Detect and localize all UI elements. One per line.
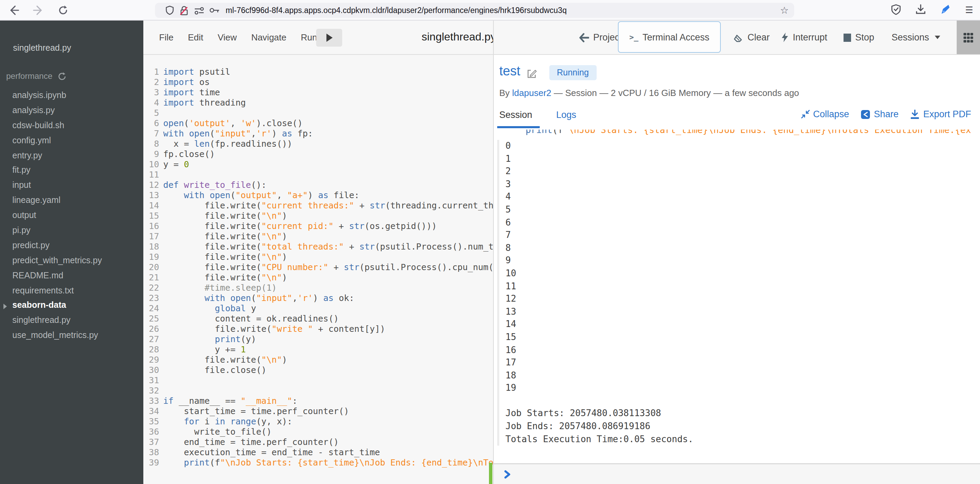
reload-icon[interactable] [57, 5, 68, 16]
sidebar-file-readme-md[interactable]: README.md [0, 268, 143, 284]
code-line[interactable]: 29 file.write("\n") [143, 354, 493, 365]
forward-icon[interactable] [33, 5, 44, 16]
sidebar-file-analysis-ipynb[interactable]: analysis.ipynb [0, 89, 143, 103]
menu-file[interactable]: File [159, 32, 173, 43]
sidebar-file-output[interactable]: output [0, 208, 143, 224]
console-prompt[interactable] [494, 463, 980, 484]
console-output-line: 10 [506, 267, 980, 280]
sidebar-file-cdsw-build-sh[interactable]: cdsw-build.sh [0, 119, 143, 134]
sidebar-file-config-yml[interactable]: config.yml [0, 133, 143, 148]
code-line[interactable]: 36 write_to_file() [143, 427, 493, 437]
sidebar-file-pi-py[interactable]: pi.py [0, 224, 143, 238]
sidebar-file-entry-py[interactable]: entry.py [0, 148, 143, 163]
sidebar-file-predict-py[interactable]: predict.py [0, 238, 143, 254]
refresh-icon[interactable] [58, 71, 67, 81]
code-line[interactable]: 2import os [143, 77, 493, 87]
code-line[interactable]: 3import time [143, 87, 493, 97]
back-icon[interactable] [8, 5, 19, 16]
project-label[interactable]: performance [6, 71, 52, 81]
code-line[interactable]: 24 global y [143, 303, 493, 313]
code-line[interactable]: 27 print(y) [143, 334, 493, 344]
tab-session[interactable]: Session [499, 109, 532, 120]
url-text[interactable]: ml-76cf996d-8f4.apps.apps.ocp4.cdpkvm.cl… [226, 6, 780, 14]
code-editor[interactable]: 1import psutil2import os3import time4imp… [143, 55, 493, 484]
code-line[interactable]: 16 file.write("current pid:" + str(os.ge… [143, 221, 493, 231]
permissions-icon[interactable] [194, 6, 204, 15]
code-line[interactable]: 30 file.close() [143, 365, 493, 375]
code-line[interactable]: 37 end_time = time.perf_counter() [143, 437, 493, 447]
menu-icon[interactable]: ☰ [965, 5, 973, 15]
extension-pen-icon[interactable] [940, 4, 951, 15]
bookmark-star-icon[interactable]: ☆ [780, 5, 789, 16]
code-line[interactable]: 14 file.write("current threads:" + str(t… [143, 200, 493, 211]
code-line[interactable]: 21 file.write("\n") [143, 272, 493, 282]
project-back-button[interactable]: Project [579, 21, 622, 54]
key-icon[interactable] [209, 6, 220, 14]
url-bar[interactable]: ml-76cf996d-8f4.apps.apps.ocp4.cdpkvm.cl… [155, 3, 794, 18]
code-line[interactable]: 1import psutil [143, 67, 493, 77]
code-line[interactable]: 15 file.write("\n") [143, 211, 493, 221]
menu-run[interactable]: Run [301, 32, 317, 43]
menu-navigate[interactable]: Navigate [251, 32, 287, 43]
clear-button[interactable]: Clear [733, 21, 770, 54]
code-line[interactable]: 39 print(f"\nJob Starts: {start_time}\nJ… [143, 457, 493, 468]
stop-button[interactable]: Stop [843, 21, 874, 54]
code-line[interactable]: 20 file.write("CPU number:" + str(psutil… [143, 262, 493, 272]
sidebar-file-predict-with-metrics-py[interactable]: predict_with_metrics.py [0, 254, 143, 269]
edit-pencil-icon[interactable] [527, 68, 537, 79]
run-play-button[interactable] [316, 29, 342, 47]
code-line[interactable]: 12def write_to_file(): [143, 179, 493, 190]
code-line[interactable]: 8 x = len(fp.readlines()) [143, 138, 493, 149]
code-line[interactable]: 19 file.write("\n") [143, 252, 493, 262]
code-line[interactable]: 13 with open("output", "a+") as file: [143, 190, 493, 200]
download-icon[interactable] [916, 4, 926, 15]
pocket-shield-icon[interactable] [891, 4, 902, 15]
terminal-access-button[interactable]: >_ Terminal Access [618, 21, 721, 53]
tab-logs[interactable]: Logs [556, 109, 576, 120]
sidebar-file-fit-py[interactable]: fit.py [0, 163, 143, 179]
code-line[interactable]: 17 file.write("\n") [143, 231, 493, 241]
code-line[interactable]: 7with open("input",'r') as fp: [143, 128, 493, 138]
sidebar-file-use-model-metrics-py[interactable]: use_model_metrics.py [0, 329, 143, 344]
interrupt-button[interactable]: Interrupt [781, 21, 827, 54]
open-file-label[interactable]: singlethread.py [13, 43, 71, 53]
session-console[interactable]: print(f"\nJob Starts: {start_time}\nJob … [494, 130, 980, 463]
line-number: 11 [143, 169, 159, 179]
code-line[interactable]: 5 [143, 108, 493, 118]
code-line[interactable]: 28 y += 1 [143, 344, 493, 354]
apps-grid-button[interactable] [957, 21, 980, 54]
code-line[interactable]: 9fp.close() [143, 149, 493, 159]
code-line[interactable]: 32 [143, 385, 493, 395]
code-line[interactable]: 4import threading [143, 97, 493, 108]
code-line[interactable]: 23 with open("input",'r') as ok: [143, 293, 493, 303]
code-line[interactable]: 26 file.write("write " + content[y]) [143, 324, 493, 334]
sidebar-file-lineage-yaml[interactable]: lineage.yaml [0, 193, 143, 208]
sidebar-file-input[interactable]: input [0, 179, 143, 194]
menu-edit[interactable]: Edit [188, 32, 203, 43]
menu-view[interactable]: View [218, 32, 237, 43]
code-line[interactable]: 11 [143, 169, 493, 179]
shield-icon[interactable] [165, 5, 174, 15]
code-line[interactable]: 35 for i in range(y, x): [143, 416, 493, 427]
sidebar-file-singlethread-py[interactable]: singlethread.py [0, 314, 143, 329]
sidebar-file-seaborn-data[interactable]: seaborn-data [0, 298, 143, 314]
code-line[interactable]: 22 #time.sleep(1) [143, 282, 493, 293]
code-line[interactable]: 33if __name__ == "__main__": [143, 395, 493, 406]
user-link[interactable]: ldapuser2 [512, 88, 551, 98]
lock-slash-icon[interactable] [179, 5, 189, 16]
code-line[interactable]: 10y = 0 [143, 159, 493, 169]
export-pdf-button[interactable]: Export PDF [910, 109, 971, 119]
share-button[interactable]: Share [861, 109, 898, 119]
collapse-button[interactable]: Collapse [801, 109, 849, 119]
code-line[interactable]: 34 start_time = time.perf_counter() [143, 406, 493, 416]
sessions-dropdown[interactable]: Sessions [891, 21, 940, 54]
code-line[interactable]: 25 content = ok.readlines() [143, 313, 493, 324]
code-line[interactable]: 31 [143, 375, 493, 385]
code-line[interactable]: 38 execution_time = end_time - start_tim… [143, 447, 493, 457]
sidebar-file-requirements-txt[interactable]: requirements.txt [0, 284, 143, 298]
code-line[interactable]: 18 file.write("total threads:" + str(psu… [143, 241, 493, 252]
code-line[interactable]: 6open('output', 'w').close() [143, 118, 493, 128]
expand-triangle-icon[interactable] [3, 304, 7, 309]
lightning-icon [781, 32, 789, 43]
sidebar-file-analysis-py[interactable]: analysis.py [0, 103, 143, 119]
